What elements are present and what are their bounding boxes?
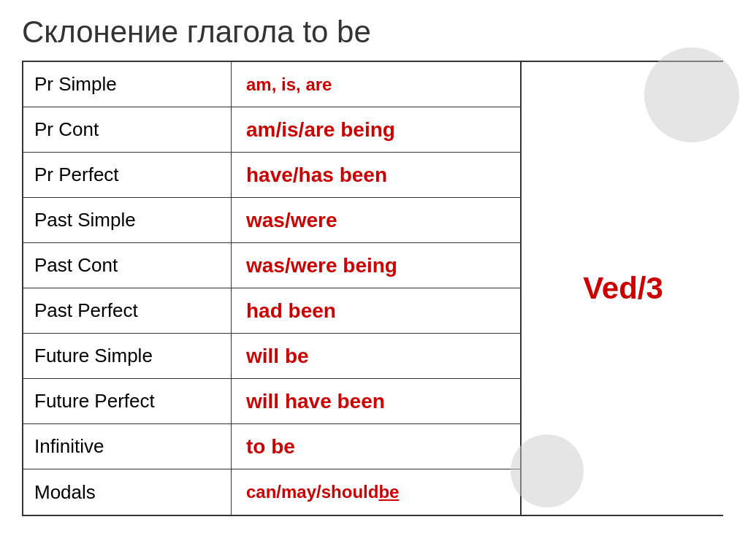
left-section: Pr Simple am, is, are Pr Cont am/is/are … xyxy=(23,62,520,515)
table-row: Pr Cont am/is/are being xyxy=(23,107,520,153)
row-form-pr-cont: am/is/are being xyxy=(232,107,520,152)
row-name-pr-perfect: Pr Perfect xyxy=(23,153,232,197)
row-form-modals: can/may/should be xyxy=(232,469,520,515)
table-row: Past Simple was/were xyxy=(23,198,520,243)
row-form-past-perfect: had been xyxy=(232,288,520,333)
row-name-pr-cont: Pr Cont xyxy=(23,107,232,152)
row-form-pr-simple: am, is, are xyxy=(232,62,520,107)
row-name-past-perfect: Past Perfect xyxy=(23,288,232,333)
row-form-past-cont: was/were being xyxy=(232,243,520,288)
row-name-infinitive: Infinitive xyxy=(23,424,232,469)
main-table: Pr Simple am, is, are Pr Cont am/is/are … xyxy=(22,61,723,516)
table-row: Past Cont was/were being xyxy=(23,243,520,288)
row-form-future-perfect: will have been xyxy=(232,379,520,423)
modals-be-link[interactable]: be xyxy=(378,482,399,502)
row-form-future-simple: will be xyxy=(232,334,520,378)
row-name-future-perfect: Future Perfect xyxy=(23,379,232,423)
row-name-past-cont: Past Cont xyxy=(23,243,232,288)
table-row: Past Perfect had been xyxy=(23,288,520,334)
table-row: Pr Perfect have/has been xyxy=(23,153,520,198)
row-name-past-simple: Past Simple xyxy=(23,198,232,242)
right-section: Ved/3 xyxy=(520,62,725,515)
circle-decoration-bottom xyxy=(511,434,584,507)
table-row: Infinitive to be xyxy=(23,424,520,469)
table-row: Future Perfect will have been xyxy=(23,379,520,424)
row-form-past-simple: was/were xyxy=(232,198,520,242)
table-row: Future Simple will be xyxy=(23,334,520,379)
ved-label: Ved/3 xyxy=(583,271,663,306)
row-form-infinitive: to be xyxy=(232,424,520,469)
page-container: Склонение глагола to be Pr Simple am, is… xyxy=(0,0,748,560)
table-row: Pr Simple am, is, are xyxy=(23,62,520,107)
row-form-pr-perfect: have/has been xyxy=(232,153,520,197)
page-title: Склонение глагола to be xyxy=(22,15,726,50)
row-name-modals: Modals xyxy=(23,469,232,515)
row-name-pr-simple: Pr Simple xyxy=(23,62,232,107)
circle-decoration-top xyxy=(644,47,739,142)
table-row: Modals can/may/should be xyxy=(23,469,520,515)
row-name-future-simple: Future Simple xyxy=(23,334,232,378)
